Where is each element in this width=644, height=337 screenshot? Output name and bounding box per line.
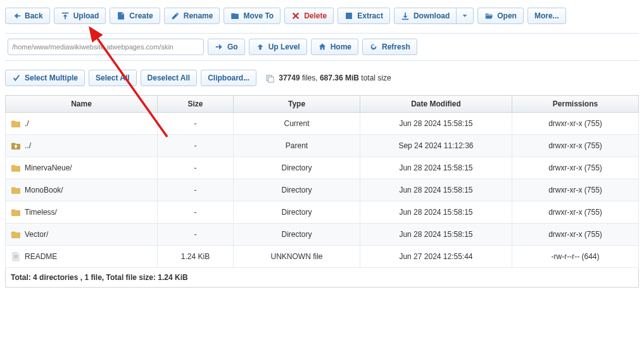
total-size: 687.36 MiB [320,73,359,82]
open-button[interactable]: Open [477,8,524,24]
open-label: Open [497,11,517,20]
rename-button[interactable]: Rename [164,8,220,24]
folder-icon [11,118,21,129]
create-button[interactable]: Create [110,8,160,24]
move-label: Move To [243,11,274,20]
cell-perm: -rw-r--r-- (644) [512,246,639,268]
table-row[interactable]: README1.24 KiBUNKNOWN fileJun 27 2024 12… [6,246,639,268]
path-input[interactable] [8,39,204,55]
col-date[interactable]: Date Modified [360,96,512,113]
cell-type: Directory [234,201,360,224]
cell-type: Directory [234,157,360,179]
back-label: Back [25,11,43,20]
table-header: Name Size Type Date Modified Permissions [6,96,639,113]
download-button[interactable]: Download [394,8,457,24]
deselect-all-button[interactable]: Deselect All [141,70,198,86]
create-icon [117,11,125,20]
upload-icon [61,11,70,20]
clipboard-button[interactable]: Clipboard... [201,70,256,86]
up-icon [256,42,265,51]
cell-size: - [158,179,234,201]
cell-name[interactable]: Timeless/ [6,201,158,224]
cell-size: - [158,135,234,157]
stats: 37749 files, 687.36 MiB total size [265,73,391,83]
col-name[interactable]: Name [6,96,158,113]
cell-perm: drwxr-xr-x (755) [512,224,639,246]
cell-name[interactable]: MinervaNeue/ [6,157,158,179]
table-row[interactable]: Timeless/-DirectoryJun 28 2024 15:58:15d… [6,201,639,224]
cell-date: Jun 28 2024 15:58:15 [360,201,512,224]
file-name: ../ [25,141,31,150]
refresh-button[interactable]: Refresh [362,39,417,55]
cell-type: Current [234,113,360,135]
download-label: Download [414,11,450,20]
select-multiple-button[interactable]: Select Multiple [5,70,85,86]
cell-perm: drwxr-xr-x (755) [512,201,639,224]
cell-name[interactable]: ./ [6,113,158,135]
more-button[interactable]: More... [527,8,566,24]
rename-label: Rename [184,11,213,20]
path-toolbar: Go Up Level Home Refresh [5,33,639,61]
cell-perm: drwxr-xr-x (755) [512,179,639,201]
table-row[interactable]: MinervaNeue/-DirectoryJun 28 2024 15:58:… [6,157,639,179]
cell-name[interactable]: MonoBook/ [6,179,158,201]
cell-name[interactable]: Vector/ [6,224,158,246]
move-icon [230,11,239,20]
upload-button[interactable]: Upload [54,8,106,24]
file-name: README [25,252,57,261]
cell-name[interactable]: README [6,246,158,268]
cell-date: Jun 28 2024 15:58:15 [360,157,512,179]
download-split: Download [394,8,474,24]
col-type[interactable]: Type [234,96,360,113]
extract-label: Extract [357,11,383,20]
up-label: Up Level [268,42,300,51]
file-name: ./ [25,119,29,128]
cell-date: Sep 24 2024 11:12:36 [360,135,512,157]
table-row[interactable]: Vector/-DirectoryJun 28 2024 15:58:15drw… [6,224,639,246]
delete-button[interactable]: Delete [284,8,334,24]
cell-name[interactable]: ../ [6,135,158,157]
up-level-button[interactable]: Up Level [249,39,307,55]
file-name: MinervaNeue/ [25,163,72,172]
go-button[interactable]: Go [208,39,245,55]
file-count: 37749 [279,73,300,82]
cell-perm: drwxr-xr-x (755) [512,113,639,135]
cell-perm: drwxr-xr-x (755) [512,135,639,157]
stack-icon [265,73,275,83]
download-icon [401,11,410,20]
check-icon [12,73,21,82]
cell-size: - [158,224,234,246]
table-row[interactable]: ./-CurrentJun 28 2024 15:58:15drwxr-xr-x… [6,113,639,135]
cell-size: 1.24 KiB [158,246,234,268]
extract-button[interactable]: Extract [338,8,390,24]
cell-size: - [158,157,234,179]
select-all-button[interactable]: Select All [89,70,137,86]
file-table: Name Size Type Date Modified Permissions… [5,95,639,288]
home-icon [318,42,327,51]
cell-size: - [158,201,234,224]
col-perm[interactable]: Permissions [512,96,639,113]
caret-down-icon [460,11,469,20]
create-label: Create [129,11,153,20]
download-caret-button[interactable] [456,8,474,24]
folder-icon [11,163,21,173]
cell-date: Jun 28 2024 15:58:15 [360,224,512,246]
table-row[interactable]: ../-ParentSep 24 2024 11:12:36drwxr-xr-x… [6,135,639,157]
delete-icon [291,11,300,20]
move-button[interactable]: Move To [224,8,281,24]
back-button[interactable]: Back [5,8,50,24]
cell-date: Jun 28 2024 15:58:15 [360,113,512,135]
col-size[interactable]: Size [158,96,234,113]
more-label: More... [534,11,559,20]
cell-type: Parent [234,135,360,157]
file-name: Vector/ [25,230,48,239]
table-summary: Total: 4 directories , 1 file, Total fil… [6,268,639,288]
back-icon [12,11,21,20]
file-name: Timeless/ [25,208,57,217]
table-row[interactable]: MonoBook/-DirectoryJun 28 2024 15:58:15d… [6,179,639,201]
file-icon [11,251,21,262]
home-button[interactable]: Home [311,39,358,55]
folder-icon [11,185,21,195]
cell-type: Directory [234,179,360,201]
refresh-label: Refresh [382,42,410,51]
